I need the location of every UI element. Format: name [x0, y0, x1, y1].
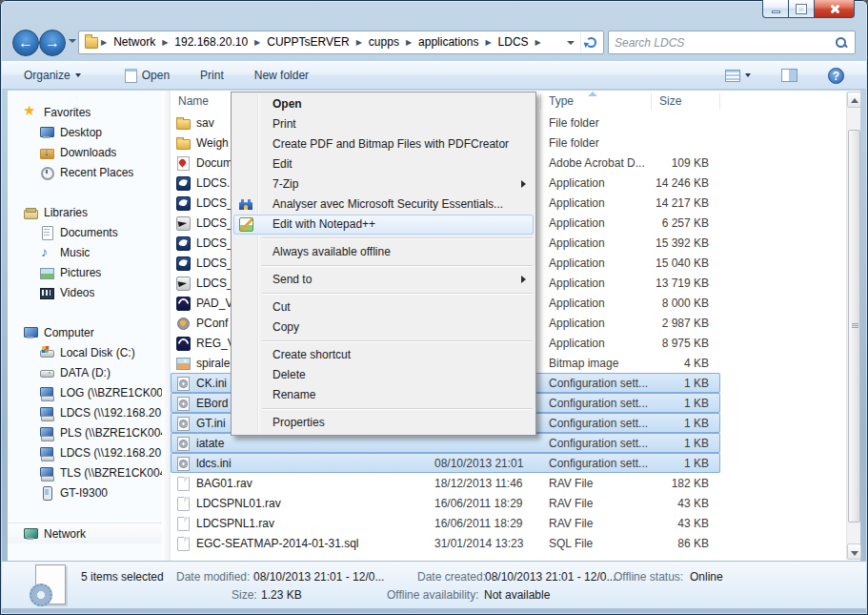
print-button[interactable]: Print [192, 65, 232, 86]
file-row-ldcs-ini[interactable]: ldcs.ini08/10/2013 21:01Configuration se… [171, 453, 720, 473]
sidebar-item-music[interactable]: Music [8, 242, 162, 262]
breadcrumb-item-applications[interactable]: applications [413, 31, 484, 53]
menu-item-cut[interactable]: Cut [233, 297, 534, 318]
file-size: 13 719 KB [652, 277, 709, 290]
sidebar-item-ldcs-192-168-20-1[interactable]: LDCS (\\192.168.20.1 [8, 402, 162, 422]
file-size: 8 975 KB [652, 337, 709, 350]
ini-icon [175, 436, 192, 451]
file-row-ldcspnl01-rav[interactable]: LDCSPNL01.rav16/06/2011 18:29RAV File43 … [171, 493, 720, 513]
file-size: 1 KB [652, 377, 709, 390]
sidebar-item-videos[interactable]: Videos [8, 282, 162, 302]
forward-button[interactable]: → [39, 30, 66, 56]
sidebar-group: LibrariesDocumentsMusicPicturesVideos [8, 202, 162, 302]
breadcrumb-item-192-168-20-10[interactable]: 192.168.20.10 [169, 31, 253, 53]
sidebar-item-recent-places[interactable]: Recent Places [8, 162, 162, 182]
folder-icon [175, 135, 192, 151]
sidebar-item-network[interactable]: Network [8, 523, 162, 543]
history-dropdown-icon[interactable] [69, 39, 76, 43]
sidebar-tree: FavoritesDesktopDownloadsRecent PlacesLi… [8, 91, 162, 543]
file-name: LDCSPNL1.rav [196, 517, 274, 530]
menu-item-create-pdf-and-bitmap-files-with-pdfcreator[interactable]: Create PDF and Bitmap Files with PDFCrea… [233, 134, 534, 154]
offline-availability-value: Not available [484, 588, 550, 602]
file-name: ldcs.ini [196, 457, 232, 470]
file-size: 15 040 KB [652, 256, 709, 270]
search-input[interactable] [609, 36, 834, 50]
selection-count: 5 items selected [81, 570, 164, 584]
file-size: 15 392 KB [652, 236, 709, 250]
mse-icon [238, 196, 254, 213]
sidebar-item-local-disk-c[interactable]: Local Disk (C:) [8, 342, 162, 362]
file-type: Bitmap image [541, 357, 652, 370]
breadcrumb-item-cupps[interactable]: cupps [363, 31, 405, 53]
command-toolbar: Organize Open Print New folder ? [2, 61, 866, 90]
help-icon: ? [828, 68, 844, 84]
notepad-icon [125, 69, 137, 83]
search-icon[interactable] [834, 35, 849, 51]
minimize-button[interactable] [762, 0, 789, 18]
diskc-icon [39, 345, 55, 360]
sidebar-item-tls-bzre1ck0040[interactable]: TLS (\\BZRE1CK0040 [8, 462, 162, 482]
doc-icon [175, 536, 192, 551]
file-date-modified: 31/01/2014 13:23 [427, 537, 541, 550]
menu-item-properties[interactable]: Properties [233, 413, 534, 433]
scrollbar-thumb[interactable] [848, 130, 860, 523]
pane-splitter[interactable] [162, 91, 171, 561]
organize-button[interactable]: Organize [15, 65, 90, 86]
menu-item-open[interactable]: Open [233, 94, 534, 114]
close-button[interactable] [815, 0, 855, 18]
sidebar-item-pls-bzre1ck0040[interactable]: PLS (\\BZRE1CK0040 [8, 422, 162, 442]
menu-item-print[interactable]: Print [233, 114, 534, 134]
scroll-down-button[interactable] [847, 543, 861, 560]
breadcrumb-item-network[interactable]: Network [108, 31, 161, 53]
file-row-egc-seatmap-2014-01-31-sql[interactable]: EGC-SEATMAP-2014-01-31.sql31/01/2014 13:… [171, 533, 720, 553]
menu-item-edit-with-notepad[interactable]: Edit with Notepad++ [233, 215, 534, 235]
sidebar-item-data-d[interactable]: DATA (D:) [8, 362, 162, 382]
sidebar-item-downloads[interactable]: Downloads [8, 142, 162, 162]
address-dropdown-icon[interactable] [567, 41, 575, 45]
breadcrumb-item-ldcs[interactable]: LDCS [493, 31, 535, 53]
maximize-button[interactable] [789, 0, 815, 18]
views-button[interactable] [717, 66, 759, 86]
file-name: REG_V [196, 337, 235, 350]
sidebar-item-favorites[interactable]: Favorites [8, 102, 162, 122]
menu-item-copy[interactable]: Copy [233, 318, 534, 338]
back-button[interactable]: ← [12, 30, 39, 56]
sidebar-item-libraries[interactable]: Libraries [8, 202, 162, 222]
menu-item-edit[interactable]: Edit [233, 154, 534, 174]
menu-item-always-available-offline[interactable]: Always available offline [233, 242, 534, 262]
menu-item-rename[interactable]: Rename [233, 385, 534, 405]
ini-icon [175, 396, 192, 411]
new-folder-button[interactable]: New folder [246, 65, 317, 86]
sidebar-item-computer[interactable]: Computer [8, 322, 162, 342]
file-name: sav [196, 116, 214, 130]
address-bar[interactable]: ▶Network▶192.168.20.10▶CUPPTsERVER▶cupps… [78, 31, 604, 54]
sidebar-group: Network [8, 523, 162, 543]
preview-pane-button[interactable] [773, 65, 806, 86]
menu-item-analyser-avec-microsoft-security-essentials[interactable]: Analyser avec Microsoft Security Essenti… [233, 195, 534, 215]
sidebar-item-log-bzre1ck004[interactable]: LOG (\\BZRE1CK004 [8, 382, 162, 402]
refresh-button[interactable] [580, 32, 601, 52]
sidebar-item-desktop[interactable]: Desktop [8, 122, 162, 142]
offline-availability-label: Offline availability: [387, 588, 479, 602]
sidebar-group: FavoritesDesktopDownloadsRecent Places [8, 102, 162, 182]
menu-item-delete[interactable]: Delete [233, 365, 534, 385]
file-name: iatate [196, 437, 224, 450]
breadcrumb-item-cupptserver[interactable]: CUPPTsERVER [261, 31, 354, 53]
menu-item-send-to[interactable]: Send to [233, 270, 534, 290]
file-row-bag01-rav[interactable]: BAG01.rav18/12/2013 11:46RAV File182 KB [171, 473, 720, 493]
file-row-ldcspnl1-rav[interactable]: LDCSPNL1.rav16/06/2011 18:29RAV File43 K… [171, 513, 720, 533]
file-row-iatate[interactable]: iatateConfiguration sett...1 KB [171, 433, 720, 453]
file-type: File folder [541, 136, 652, 150]
column-header-size[interactable]: Size [652, 91, 719, 113]
sidebar-item-pictures[interactable]: Pictures [8, 262, 162, 282]
help-button[interactable]: ? [819, 64, 853, 88]
open-button[interactable]: Open [116, 65, 178, 87]
sidebar-item-ldcs-192-168-20-1[interactable]: LDCS (\\192.168.20.1 [8, 442, 162, 462]
sidebar-item-gt-i9300[interactable]: GT-I9300 [8, 482, 162, 502]
vertical-scrollbar[interactable] [846, 92, 860, 560]
sidebar-item-documents[interactable]: Documents [8, 222, 162, 242]
menu-item-7-zip[interactable]: 7-Zip [233, 174, 534, 195]
scroll-up-button[interactable] [847, 92, 861, 108]
file-name: EGC-SEATMAP-2014-01-31.sql [196, 537, 359, 550]
menu-item-create-shortcut[interactable]: Create shortcut [233, 345, 534, 365]
